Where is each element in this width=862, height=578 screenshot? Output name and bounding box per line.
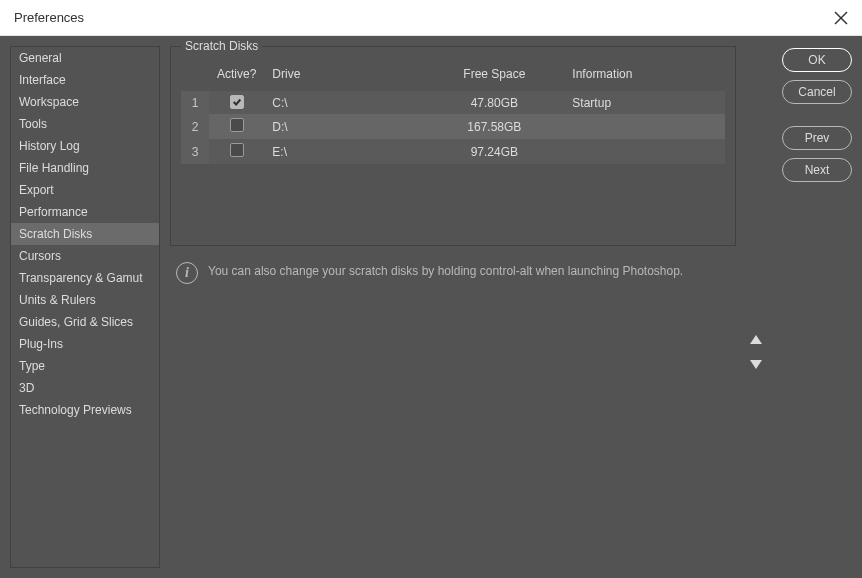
dialog-buttons: OK Cancel Prev Next [782, 46, 852, 568]
col-free: Free Space [424, 61, 564, 91]
hint-text: You can also change your scratch disks b… [208, 262, 683, 280]
close-icon[interactable] [834, 11, 848, 25]
preferences-window: Preferences GeneralInterfaceWorkspaceToo… [0, 0, 862, 578]
col-info: Information [564, 61, 725, 91]
sidebar-item-cursors[interactable]: Cursors [11, 245, 159, 267]
table-row[interactable]: 2D:\167.58GB [181, 114, 725, 139]
sidebar-item-3d[interactable]: 3D [11, 377, 159, 399]
prev-button[interactable]: Prev [782, 126, 852, 150]
drive-cell: E:\ [264, 139, 424, 164]
sidebar-item-transparency-gamut[interactable]: Transparency & Gamut [11, 267, 159, 289]
sidebar-item-type[interactable]: Type [11, 355, 159, 377]
sidebar-item-general[interactable]: General [11, 47, 159, 69]
drive-cell: C:\ [264, 91, 424, 114]
row-number: 2 [181, 114, 209, 139]
active-checkbox[interactable] [230, 143, 244, 157]
information-cell [564, 139, 725, 164]
sidebar-item-file-handling[interactable]: File Handling [11, 157, 159, 179]
sidebar-item-plug-ins[interactable]: Plug-Ins [11, 333, 159, 355]
sidebar-item-export[interactable]: Export [11, 179, 159, 201]
information-cell: Startup [564, 91, 725, 114]
row-number: 3 [181, 139, 209, 164]
sidebar: GeneralInterfaceWorkspaceToolsHistory Lo… [10, 46, 160, 568]
move-down-icon[interactable] [748, 356, 764, 372]
next-button[interactable]: Next [782, 158, 852, 182]
free-space-cell: 47.80GB [424, 91, 564, 114]
titlebar: Preferences [0, 0, 862, 36]
col-active: Active? [209, 61, 264, 91]
info-icon: i [176, 262, 198, 284]
free-space-cell: 97.24GB [424, 139, 564, 164]
sidebar-item-technology-previews[interactable]: Technology Previews [11, 399, 159, 421]
scratch-disks-panel: Scratch Disks Active? Drive Free Space I… [170, 46, 736, 246]
window-title: Preferences [14, 10, 84, 25]
reorder-arrows [740, 46, 772, 568]
hint-row: i You can also change your scratch disks… [170, 258, 736, 288]
sidebar-item-history-log[interactable]: History Log [11, 135, 159, 157]
col-drive: Drive [264, 61, 424, 91]
col-num [181, 61, 209, 91]
row-number: 1 [181, 91, 209, 114]
dialog-body: GeneralInterfaceWorkspaceToolsHistory Lo… [0, 36, 862, 578]
drive-cell: D:\ [264, 114, 424, 139]
table-row[interactable]: 3E:\97.24GB [181, 139, 725, 164]
sidebar-item-guides-grid-slices[interactable]: Guides, Grid & Slices [11, 311, 159, 333]
sidebar-item-performance[interactable]: Performance [11, 201, 159, 223]
sidebar-item-units-rulers[interactable]: Units & Rulers [11, 289, 159, 311]
active-cell [209, 139, 264, 164]
cancel-button[interactable]: Cancel [782, 80, 852, 104]
active-checkbox[interactable] [230, 118, 244, 132]
active-checkbox[interactable] [230, 95, 244, 109]
scratch-disks-table: Active? Drive Free Space Information 1C:… [181, 61, 725, 164]
move-up-icon[interactable] [748, 332, 764, 348]
svg-marker-2 [750, 335, 762, 344]
panel-title: Scratch Disks [181, 39, 262, 53]
table-row[interactable]: 1C:\47.80GBStartup [181, 91, 725, 114]
free-space-cell: 167.58GB [424, 114, 564, 139]
sidebar-item-workspace[interactable]: Workspace [11, 91, 159, 113]
active-cell [209, 114, 264, 139]
ok-button[interactable]: OK [782, 48, 852, 72]
active-cell [209, 91, 264, 114]
svg-marker-3 [750, 360, 762, 369]
sidebar-item-tools[interactable]: Tools [11, 113, 159, 135]
information-cell [564, 114, 725, 139]
sidebar-item-interface[interactable]: Interface [11, 69, 159, 91]
sidebar-item-scratch-disks[interactable]: Scratch Disks [11, 223, 159, 245]
